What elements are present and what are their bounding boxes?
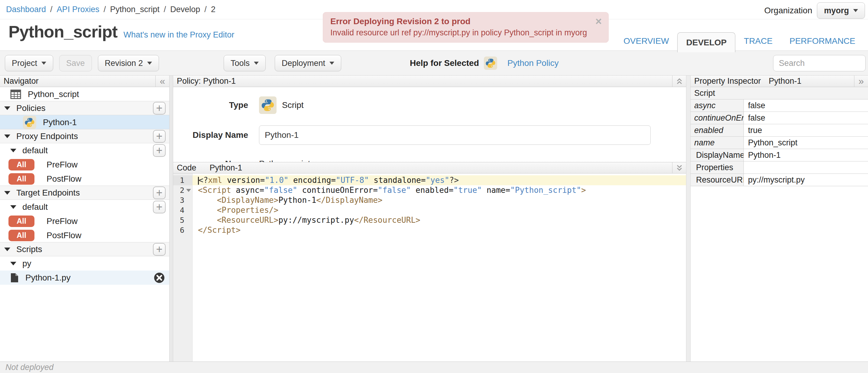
property-value[interactable]: Python_script — [744, 136, 868, 149]
type-label: Type — [173, 100, 248, 110]
line-number: 4 — [173, 205, 192, 215]
nav-item-policies[interactable]: Policies+ — [0, 101, 169, 115]
organization-selector: Organization myorg — [764, 2, 865, 19]
inspector-splitter[interactable] — [686, 75, 690, 362]
caret-down-icon[interactable] — [4, 191, 10, 195]
nav-item-python-script[interactable]: Python_script — [0, 87, 169, 101]
nav-item-preflow[interactable]: AllPreFlow — [0, 214, 169, 228]
search-input[interactable] — [773, 55, 866, 71]
organization-dropdown[interactable]: myorg — [817, 2, 865, 19]
breadcrumb-dashboard[interactable]: Dashboard — [6, 5, 46, 14]
nav-item-python-1[interactable]: Python-1 — [0, 115, 169, 129]
code-line[interactable]: <ResourceURL>py://myscript.py</ResourceU… — [192, 215, 686, 225]
property-label: async — [690, 99, 744, 112]
navigator-title: Navigator — [4, 76, 39, 86]
caret-down-icon[interactable] — [10, 205, 16, 209]
title-bar: Python_script What's new in the Proxy Ed… — [8, 22, 234, 41]
property-value[interactable]: Python-1 — [744, 149, 868, 161]
flow-condition-badge: All — [8, 216, 34, 227]
caret-down-icon[interactable] — [10, 149, 16, 152]
property-value[interactable] — [744, 161, 868, 174]
whats-new-link[interactable]: What's new in the Proxy Editor — [123, 30, 234, 40]
save-button[interactable]: Save — [59, 55, 92, 71]
nav-item-postflow[interactable]: AllPostFlow — [0, 172, 169, 186]
toolbar: Project Save Revision 2 Tools Deployment… — [0, 51, 868, 75]
caret-down-icon[interactable] — [4, 106, 10, 110]
nav-item-scripts[interactable]: Scripts+ — [0, 242, 169, 256]
nav-item-label: PreFlow — [46, 160, 78, 169]
navigator-splitter[interactable] — [169, 75, 173, 362]
property-value[interactable]: true — [744, 124, 868, 136]
code-gutter: 123456 — [173, 174, 192, 362]
display-name-input[interactable] — [259, 125, 651, 145]
property-label: DisplayName — [690, 149, 744, 161]
nav-item-default[interactable]: default+ — [0, 143, 169, 157]
python-policy-help-link[interactable]: Python Policy — [507, 58, 559, 68]
error-banner: Error Deploying Revision 2 to prod Inval… — [323, 12, 609, 42]
add-button[interactable]: + — [153, 201, 166, 213]
add-button[interactable]: + — [153, 187, 166, 199]
flow-condition-badge: All — [8, 159, 34, 170]
flow-condition-badge: All — [8, 173, 34, 185]
property-inspector-title: Property Inspector — [694, 76, 761, 86]
code-line[interactable]: <Script async="false" continueOnError="f… — [192, 185, 686, 195]
add-button[interactable]: + — [153, 144, 166, 157]
close-icon[interactable]: × — [595, 16, 602, 27]
tab-trace[interactable]: TRACE — [735, 33, 781, 49]
tab-overview[interactable]: OVERVIEW — [615, 33, 677, 49]
nav-item-python-1-py[interactable]: Python-1.py — [0, 271, 169, 285]
nav-item-label: Target Endpoints — [16, 188, 80, 198]
code-line[interactable]: <?xml version="1.0" encoding="UTF-8" sta… — [192, 175, 686, 185]
code-lines[interactable]: <?xml version="1.0" encoding="UTF-8" sta… — [192, 174, 686, 362]
tools-menu-button[interactable]: Tools — [224, 55, 266, 71]
code-line[interactable]: <DisplayName>Python-1</DisplayName> — [192, 195, 686, 205]
caret-down-icon[interactable] — [10, 262, 16, 266]
editor-panel: Policy: Python-1 Type Script — [173, 75, 686, 362]
revision-menu-button[interactable]: Revision 2 — [98, 55, 159, 71]
expand-panel-icon[interactable]: » — [854, 75, 868, 87]
collapse-panel-icon[interactable]: « — [155, 75, 169, 87]
caret-down-icon[interactable] — [4, 248, 10, 251]
deployment-menu-button[interactable]: Deployment — [275, 55, 341, 71]
nav-item-proxy-endpoints[interactable]: Proxy Endpoints+ — [0, 129, 169, 143]
nav-item-preflow[interactable]: AllPreFlow — [0, 157, 169, 172]
code-line[interactable]: <Properties/> — [192, 205, 686, 215]
navigator-header: Navigator « — [0, 75, 169, 87]
property-value[interactable]: py://myscript.py — [744, 174, 868, 186]
content-area: Navigator « Python_scriptPolicies+Python… — [0, 75, 868, 362]
breadcrumb-develop: Develop — [170, 5, 200, 14]
project-menu-button[interactable]: Project — [5, 55, 53, 71]
nav-item-default[interactable]: default+ — [0, 200, 169, 214]
help-for-selected-label: Help for Selected — [410, 58, 479, 68]
nav-item-postflow[interactable]: AllPostFlow — [0, 228, 169, 242]
add-button[interactable]: + — [153, 102, 166, 115]
add-button[interactable]: + — [153, 130, 166, 143]
collapse-down-icon[interactable] — [672, 162, 686, 173]
fold-caret-icon[interactable] — [186, 189, 191, 192]
code-header-label: Code — [177, 163, 196, 173]
tab-develop[interactable]: DEVELOP — [677, 32, 735, 52]
breadcrumb-api-proxies[interactable]: API Proxies — [57, 5, 99, 14]
property-inspector-header: Property Inspector Python-1 » — [690, 75, 868, 87]
property-row-properties: Properties — [690, 161, 868, 174]
collapse-up-icon[interactable] — [672, 75, 686, 87]
code-editor[interactable]: 123456 <?xml version="1.0" encoding="UTF… — [173, 174, 686, 362]
display-name-row: Display Name — [173, 125, 686, 145]
caret-down-icon[interactable] — [4, 134, 10, 138]
delete-icon[interactable] — [154, 272, 165, 283]
policy-header-title: Policy: Python-1 — [177, 76, 236, 86]
code-line[interactable]: </Script> — [192, 225, 686, 235]
breadcrumb-separator: / — [104, 5, 106, 14]
line-number: 5 — [173, 215, 192, 225]
add-button[interactable]: + — [153, 243, 166, 256]
navigator-panel: Navigator « Python_scriptPolicies+Python… — [0, 75, 169, 362]
nav-item-py[interactable]: py — [0, 256, 169, 271]
property-value[interactable]: false — [744, 112, 868, 124]
file-icon — [10, 273, 19, 283]
breadcrumb-separator: / — [164, 5, 166, 14]
tab-performance[interactable]: PERFORMANCE — [781, 33, 864, 49]
nav-item-target-endpoints[interactable]: Target Endpoints+ — [0, 186, 169, 200]
help-for-selected-group: Help for Selected Python Policy — [410, 55, 559, 71]
property-value[interactable]: false — [744, 99, 868, 112]
nav-item-label: PreFlow — [46, 216, 78, 226]
